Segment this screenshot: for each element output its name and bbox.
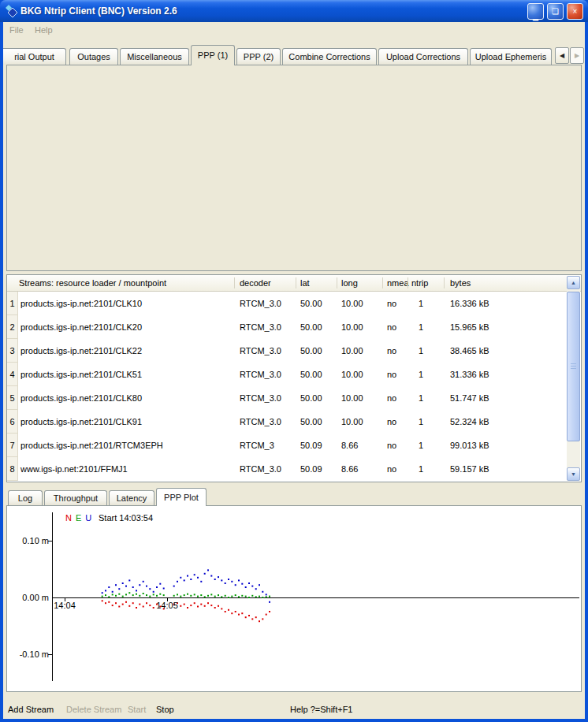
plot-point-e — [194, 594, 195, 595]
table-row[interactable]: 5products.igs-ip.net:2101/CLK80RTCM_3.05… — [7, 386, 566, 410]
plot-point-n — [132, 602, 134, 604]
menu-help[interactable]: Help — [35, 25, 53, 35]
tab-ppp-plot[interactable]: PPP Plot — [156, 488, 207, 506]
plot-point-u — [180, 577, 181, 579]
header-lat: lat — [300, 278, 310, 288]
scroll-down-button[interactable]: ▼ — [567, 467, 580, 481]
tab-scroll-right-button[interactable]: ▶ — [570, 47, 584, 64]
streams-table-header: Streams: resource loader / mountpoint de… — [7, 275, 581, 292]
tab-latency[interactable]: Latency — [109, 490, 154, 505]
plot-point-n — [197, 606, 199, 608]
plot-point-n — [218, 605, 219, 607]
menu-file[interactable]: File — [9, 25, 24, 35]
header-separator — [234, 277, 235, 288]
plot-point-n — [149, 605, 151, 606]
cell-nmea: no — [387, 370, 396, 379]
plot-point-u — [173, 586, 175, 587]
plot-point-e — [125, 594, 127, 595]
arrow-down-icon: ▼ — [571, 471, 576, 477]
plot-point-u — [262, 591, 263, 593]
plot-point-u — [156, 586, 158, 588]
plot-point-u — [225, 582, 226, 584]
plot-point-n — [136, 607, 137, 608]
plot-point-u — [146, 586, 147, 587]
plot-point-u — [118, 588, 120, 590]
plot-point-u — [125, 586, 127, 587]
plot-point-e — [262, 597, 263, 598]
cell-long: 10.00 — [341, 393, 363, 403]
cell-num: 2 — [7, 315, 18, 339]
plot-point-u — [259, 584, 260, 586]
header-ntrip: ntrip — [411, 278, 428, 288]
plot-point-u — [238, 579, 240, 581]
tab-upload-corrections[interactable]: Upload Corrections — [378, 48, 468, 65]
cell-bytes: 52.324 kB — [450, 417, 489, 426]
cell-decoder: RTCM_3.0 — [240, 322, 281, 332]
plot-point-e — [225, 595, 226, 597]
cell-mountpoint: products.igs-ip.net:2101/CLK10 — [20, 299, 142, 308]
stop-button[interactable]: Stop — [156, 705, 174, 714]
plot-point-n — [269, 611, 270, 612]
tab-throughput[interactable]: Throughput — [44, 490, 107, 505]
plot-point-e — [259, 596, 260, 597]
window-title: BKG Ntrip Client (BNC) Version 2.6 — [20, 6, 524, 17]
minimize-button[interactable]: ▁ — [527, 3, 544, 20]
table-row[interactable]: 8www.igs-ip.net:2101/FFMJ1RTCM_3.050.098… — [7, 457, 566, 481]
header-mountpoint: Streams: resource loader / mountpoint — [19, 278, 166, 288]
table-row[interactable]: 2products.igs-ip.net:2101/CLK20RTCM_3.05… — [7, 315, 566, 339]
plot-point-e — [149, 596, 151, 597]
cell-bytes: 15.965 kB — [450, 322, 489, 332]
plot-point-n — [262, 618, 263, 620]
tab-log[interactable]: Log — [8, 490, 43, 505]
plot-point-u — [221, 579, 222, 581]
table-row[interactable]: 7products.igs-ip.net:2101/RTCM3EPHRTCM_3… — [7, 434, 566, 457]
scroll-up-button[interactable]: ▲ — [567, 276, 580, 289]
plot-point-u — [241, 583, 243, 585]
plot-point-e — [153, 594, 154, 595]
cell-decoder: RTCM_3.0 — [240, 370, 281, 379]
app-icon — [5, 5, 17, 17]
scrollbar-thumb[interactable] — [567, 292, 580, 441]
cell-bytes: 16.336 kB — [450, 299, 489, 308]
table-row[interactable]: 6products.igs-ip.net:2101/CLK91RTCM_3.05… — [7, 410, 566, 434]
plot-point-e — [132, 594, 134, 596]
tab-ppp-1[interactable]: PPP (1) — [191, 45, 235, 65]
tab-miscellaneous[interactable]: Miscellaneous — [120, 48, 189, 65]
cell-num: 3 — [7, 339, 18, 363]
cell-ntrip: 1 — [419, 370, 423, 379]
cell-long: 10.00 — [341, 299, 363, 308]
cell-lat: 50.09 — [300, 464, 322, 474]
tab-combine-corrections[interactable]: Combine Corrections — [282, 48, 377, 65]
tab-serial-output[interactable]: rial Output — [3, 48, 66, 65]
plot-start-time: Start 14:03:54 — [99, 513, 153, 523]
plot-point-n — [108, 601, 110, 603]
tab-outages[interactable]: Outages — [69, 48, 118, 65]
plot-point-e — [136, 594, 137, 595]
plot-point-u — [102, 592, 103, 594]
plot-point-u — [207, 569, 209, 571]
cell-mountpoint: www.igs-ip.net:2101/FFMJ1 — [20, 464, 128, 474]
plot-point-n — [238, 614, 240, 616]
close-button[interactable]: × — [567, 3, 583, 20]
plot-point-e — [248, 597, 250, 598]
plot-point-e — [197, 596, 199, 597]
start-button: Start — [128, 705, 146, 714]
tab-upload-ephemeris[interactable]: Upload Ephemeris — [470, 48, 552, 65]
tab-scroll-left-button[interactable]: ◀ — [555, 47, 569, 64]
maximize-button[interactable]: ❏ — [547, 3, 564, 20]
table-row[interactable]: 4products.igs-ip.net:2101/CLK51RTCM_3.05… — [7, 363, 566, 386]
plot-point-n — [146, 602, 147, 604]
cell-ntrip: 1 — [419, 441, 423, 450]
plot-point-e — [163, 594, 165, 596]
vertical-scrollbar[interactable]: ▲ ▼ — [567, 276, 580, 481]
legend-u: U — [85, 513, 91, 523]
add-stream-button[interactable]: Add Stream — [8, 705, 54, 714]
tab-ppp-2[interactable]: PPP (2) — [236, 48, 281, 65]
header-bytes: bytes — [450, 278, 471, 288]
cell-ntrip: 1 — [419, 393, 423, 403]
plot-point-n — [245, 616, 247, 618]
table-row[interactable]: 1products.igs-ip.net:2101/CLK10RTCM_3.05… — [7, 292, 566, 315]
plot-point-n — [105, 602, 106, 604]
plot-point-u — [122, 582, 124, 584]
table-row[interactable]: 3products.igs-ip.net:2101/CLK22RTCM_3.05… — [7, 339, 566, 363]
